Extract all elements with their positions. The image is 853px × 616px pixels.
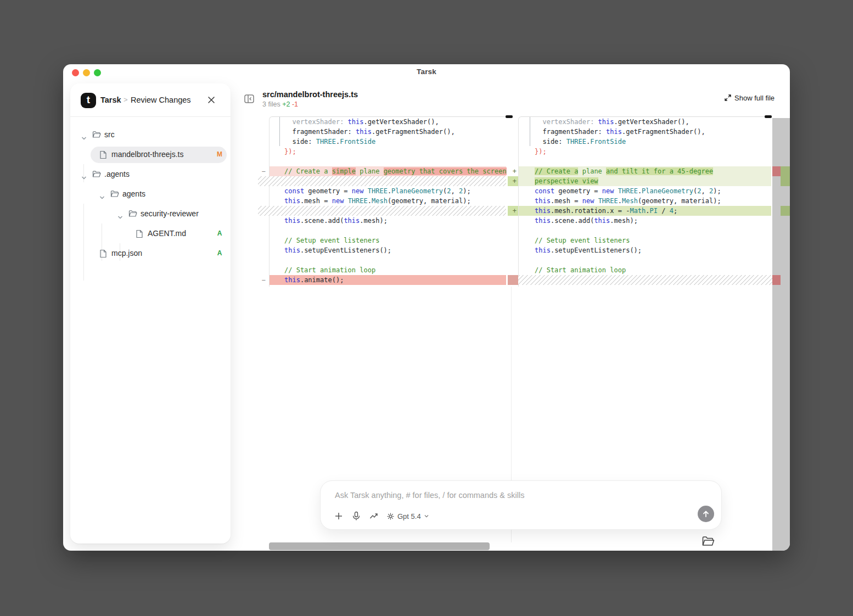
diff-row-new-11: this.scene.add(this.mesh); [519,216,771,226]
diff-row-old-14: this.setupEventListeners(); [270,245,506,255]
trend-chart-icon[interactable] [369,511,379,521]
collapse-sidebar-icon[interactable] [243,93,255,105]
diff-row-new-17 [512,275,779,285]
diff-row-new-1: vertexShader: this.getVertexShader(), [519,117,771,127]
diff-row-old-3: side: THREE.FrontSide [270,137,506,147]
diff-row-old-5 [270,156,506,166]
tree-item-label: AGENT.md [148,229,186,238]
model-selector[interactable]: Gpt 5.4 [386,512,429,520]
diff-row-new-14: this.setupEventListeners(); [519,245,771,255]
chevron-down-icon[interactable] [81,172,87,177]
tree-item-label: mandelbrot-threejs.ts [111,150,184,159]
diff-pane-old: vertexShader: this.getVertexShader(), fr… [269,116,506,287]
file-icon [99,150,108,159]
window-title: Tarsk [63,68,790,76]
diff-row-old-12 [270,226,506,236]
diff-row-old-4: }); [270,147,506,156]
diff-row-new-15 [519,255,771,265]
chat-placeholder: Ask Tarsk anything, # for files, / for c… [335,491,524,500]
chevron-down-icon[interactable] [81,133,87,137]
diff-row-new-5 [519,156,771,166]
file-status-badge: A [215,249,224,257]
chevron-down-icon[interactable] [117,212,123,216]
breadcrumb: Review Changes [131,96,191,104]
additions-count: +2 [282,100,290,108]
diff-row-new-10: this.mesh.rotation.x = -Math.PI / 4; [519,206,771,216]
tree-item-label: agents [122,189,145,198]
send-button[interactable] [698,506,714,522]
horizontal-scrollbar-thumb[interactable] [269,542,490,550]
diff-row-new-4: }); [519,147,771,156]
arrow-up-icon [702,510,710,518]
diff-row-new-12 [519,226,771,236]
tree-item-agent-md[interactable]: AGENT.mdA [70,224,231,244]
folder-icon [128,210,137,219]
microphone-icon[interactable] [351,511,361,521]
diff-row-new-16: // Start animation loop [519,265,771,275]
removed-line-tab [508,275,518,285]
diff-row-new-13: // Setup event listeners [519,236,771,245]
added-line-marker: + [506,176,518,186]
removed-line-marker: − [259,166,268,176]
removed-line-marker: − [259,275,268,285]
tree-item--agents[interactable]: .agents [70,165,231,184]
expand-icon [725,94,731,101]
minimap-addition-marker [781,166,790,186]
folder-icon [92,170,101,179]
diff-pane-new: vertexShader: this.getVertexShader(), fr… [518,116,771,287]
chevron-down-icon [424,513,429,519]
model-icon [386,512,395,520]
diff-row-new-6: // Create a plane and tilt it for a 45-d… [519,166,771,176]
diff-row-old-7 [258,176,506,186]
tree-item-agents[interactable]: agents [70,184,231,204]
diff-row-old-17: this.animate(); [270,275,506,285]
diff-file-stats: 3 files +2 -1 [262,100,298,108]
tree-item-mandelbrot-threejs-ts[interactable]: mandelbrot-threejs.tsM [70,145,231,165]
tree-item-label: .agents [104,170,130,178]
added-line-marker: + [506,166,518,176]
open-folder-icon[interactable] [702,535,715,547]
diff-row-old-13: // Setup event listeners [270,236,506,245]
diff-row-new-2: fragmentShader: this.getFragmentShader()… [519,127,771,137]
diff-row-old-9: this.mesh = new THREE.Mesh(geometry, mat… [270,196,506,206]
tree-item-mcp-json[interactable]: mcp.jsonA [70,244,231,264]
file-status-badge: M [215,150,224,158]
tree-item-label: mcp.json [111,249,142,257]
old-pane-scrollbar-thumb[interactable] [506,115,513,118]
diff-row-new-3: side: THREE.FrontSide [519,137,771,147]
breadcrumb-separator: > [124,96,128,104]
file-icon [136,229,144,238]
chevron-down-icon[interactable] [99,192,105,197]
close-icon[interactable] [206,94,217,105]
file-status-badge: A [215,229,224,237]
folder-icon [92,131,101,139]
attach-plus-icon[interactable] [334,511,344,521]
diff-row-old-11: this.scene.add(this.mesh); [270,216,506,226]
diff-row-new-7: perspective view [519,176,771,186]
model-name: Gpt 5.4 [397,512,421,520]
tree-item-label: src [104,130,115,139]
folder-icon [110,190,119,199]
tarsk-logo: t [81,93,96,108]
chat-toolbar: Gpt 5.4 [334,511,429,521]
added-line-marker: + [506,206,518,216]
diff-row-old-8: const geometry = new THREE.PlaneGeometry… [270,186,506,196]
files-count: 3 files [262,100,280,108]
minimap-deletion-marker [772,166,781,176]
diff-row-old-2: fragmentShader: this.getFragmentShader()… [270,127,506,137]
file-icon [99,249,108,258]
chat-input-box[interactable]: Ask Tarsk anything, # for files, / for c… [320,480,722,530]
desktop: { "window": { "title": "Tarsk" }, "sideb… [0,0,853,616]
brand-name: Tarsk [100,96,121,104]
sidebar: t Tarsk > Review Changes srcmandelbrot-t… [70,83,231,544]
diff-row-old-6: // Create a simple plane geometry that c… [270,166,506,176]
new-pane-scrollbar-thumb[interactable] [765,115,772,118]
diff-row-old-16: // Start animation loop [270,265,506,275]
sidebar-divider [70,116,231,117]
tree-item-src[interactable]: src [70,125,231,145]
show-full-file-button[interactable]: Show full file [725,94,775,102]
diff-row-new-9: this.mesh = new THREE.Mesh(geometry, mat… [519,196,771,206]
tree-item-label: security-reviewer [141,209,199,218]
tree-item-security-reviewer[interactable]: security-reviewer [70,204,231,224]
minimap-addition-marker [781,206,790,216]
